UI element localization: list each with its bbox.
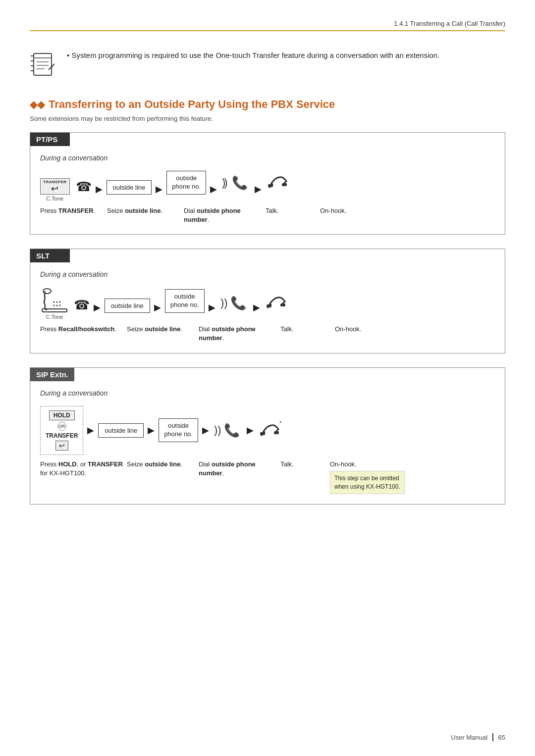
sip-arrow4: ▶ xyxy=(247,425,254,436)
sip-onhook-wrap: * xyxy=(258,421,281,439)
sip-header: SIP Extn. xyxy=(30,368,74,381)
slt-label3: Dial outside phonenumber. xyxy=(199,325,280,343)
ptps-label3: Dial outside phonenumber. xyxy=(184,206,266,224)
sip-label5-wrap: On-hook. This step can be omittedwhen us… xyxy=(330,460,405,495)
ptps-arrow3: ▶ xyxy=(210,184,217,195)
svg-text:)): )) xyxy=(222,176,227,189)
slt-phone-no-box: outsidephone no. xyxy=(165,289,205,313)
svg-point-18 xyxy=(56,302,58,303)
ptps-outside-line-box: outside line xyxy=(107,180,152,195)
footer-divider xyxy=(492,733,493,741)
diamond-icons: ◆◆ xyxy=(30,99,45,110)
sip-block: SIP Extn. During a conversation HOLD OR … xyxy=(30,367,505,505)
svg-rect-14 xyxy=(282,183,287,186)
slt-header: SLT xyxy=(30,249,70,262)
svg-rect-29 xyxy=(260,432,265,435)
slt-label5: On-hook. xyxy=(335,325,361,334)
sip-labels-row: Press HOLD, or TRANSFERfor KX-HGT100. Se… xyxy=(40,460,495,495)
section-title-container: ◆◆ Transferring to an Outside Party Usin… xyxy=(30,98,505,122)
slt-block: SLT During a conversation xyxy=(30,249,505,353)
sip-content: During a conversation HOLD OR TRANSFER ↩… xyxy=(30,381,505,504)
svg-text:📞: 📞 xyxy=(232,175,248,191)
slt-content: During a conversation xyxy=(30,262,505,353)
svg-text:*: * xyxy=(279,421,281,427)
slt-labels: Press Recall/hookswitch. Seize outside l… xyxy=(40,325,495,343)
slt-arrow4: ▶ xyxy=(253,302,260,313)
ptps-content: During a conversation TRANSFER ↩ C.Tone … xyxy=(30,146,505,234)
ptps-talk-icon: )) 📞 xyxy=(221,173,251,195)
ptps-label1: Press TRANSFER. xyxy=(40,206,107,215)
ptps-arrow1: ▶ xyxy=(96,184,103,195)
svg-point-16 xyxy=(43,289,51,294)
slt-onhook-icon xyxy=(264,294,288,313)
ptps-label5: On-hook. xyxy=(320,206,346,215)
ptps-ctone: C.Tone xyxy=(46,196,63,202)
svg-text:📞: 📞 xyxy=(230,295,247,311)
svg-text:)): )) xyxy=(220,297,228,309)
svg-rect-30 xyxy=(274,431,279,434)
sip-hold-transfer-box: HOLD OR TRANSFER ↩ xyxy=(40,406,83,455)
ptps-labels: Press TRANSFER. Seize outside line. Dial… xyxy=(40,206,495,224)
sip-outside-line-box: outside line xyxy=(98,423,144,438)
note-text: • System programming is required to use … xyxy=(67,51,439,59)
note-icon xyxy=(30,51,57,78)
slt-arrow3: ▶ xyxy=(209,302,215,313)
ptps-ctone-icon: ☎ xyxy=(76,179,92,195)
ptps-arrow2: ▶ xyxy=(156,184,162,195)
slt-talk-icon: )) 📞 xyxy=(219,294,249,313)
sip-phone-no-box: outsidephone no. xyxy=(159,418,198,442)
page-header: 1.4.1 Transferring a Call (Call Transfer… xyxy=(30,20,505,31)
sip-or-circle: OR xyxy=(57,422,66,431)
sip-arrow1: ▶ xyxy=(87,425,94,436)
svg-rect-15 xyxy=(42,309,67,312)
sip-arrow2: ▶ xyxy=(148,425,155,436)
ptps-onhook-icon xyxy=(266,173,289,195)
sip-hold-btn: HOLD xyxy=(49,410,75,420)
ptps-label2: Seize outside line. xyxy=(107,206,184,215)
footer-page: 65 xyxy=(498,734,505,741)
svg-rect-25 xyxy=(267,304,271,307)
ptps-label4: Talk. xyxy=(266,206,320,215)
ptps-step2-wrap: ☎ xyxy=(74,179,92,195)
note-bullet: • xyxy=(67,51,71,59)
slt-phone-icon: ☎ xyxy=(74,298,90,313)
sip-during: During a conversation xyxy=(40,389,495,397)
svg-text:📞: 📞 xyxy=(224,422,240,438)
svg-point-17 xyxy=(54,302,55,303)
slt-label4: Talk. xyxy=(280,325,335,334)
slt-label2: Seize outside line. xyxy=(127,325,199,334)
sip-transfer-label: TRANSFER xyxy=(46,432,78,439)
page-footer: User Manual 65 xyxy=(451,733,505,741)
section-subtitle: Some extensions may be restricted from p… xyxy=(30,115,505,122)
ptps-step1-icon: TRANSFER ↩ C.Tone xyxy=(40,178,70,202)
sip-label5: On-hook. xyxy=(330,460,405,469)
ptps-block: PT/PS During a conversation TRANSFER ↩ C… xyxy=(30,132,505,235)
sip-flash-icon: ↩ xyxy=(55,441,68,451)
slt-outside-line-box: outside line xyxy=(105,299,150,313)
svg-point-21 xyxy=(56,305,58,306)
svg-point-20 xyxy=(54,305,55,306)
header-title: 1.4.1 Transferring a Call (Call Transfer… xyxy=(394,20,505,27)
svg-text:)): )) xyxy=(214,424,221,436)
slt-during: During a conversation xyxy=(40,270,495,278)
sip-label1: Press HOLD, or TRANSFERfor KX-HGT100. xyxy=(40,460,127,478)
section-title: ◆◆ Transferring to an Outside Party Usin… xyxy=(30,98,505,111)
ptps-header: PT/PS xyxy=(30,133,70,146)
footer-label: User Manual xyxy=(451,734,487,741)
sip-label2: Seize outside line. xyxy=(127,460,199,469)
note-box: • System programming is required to use … xyxy=(30,46,505,83)
svg-point-22 xyxy=(59,305,61,306)
ptps-during: During a conversation xyxy=(40,154,495,162)
svg-point-19 xyxy=(59,302,61,303)
slt-arrow2: ▶ xyxy=(154,302,161,313)
svg-rect-26 xyxy=(280,303,285,306)
sip-asterisk-note: This step can be omittedwhen using KX-HG… xyxy=(330,471,405,495)
slt-ctone: C.Tone xyxy=(46,314,63,320)
svg-rect-0 xyxy=(34,53,52,75)
slt-label1: Press Recall/hookswitch. xyxy=(40,325,127,334)
svg-rect-13 xyxy=(268,184,273,187)
sip-label3: Dial outside phonenumber. xyxy=(199,460,280,478)
sip-label4: Talk. xyxy=(280,460,330,469)
sip-arrow3: ▶ xyxy=(202,425,209,436)
ptps-phone-no-box: outsidephone no. xyxy=(166,171,206,195)
